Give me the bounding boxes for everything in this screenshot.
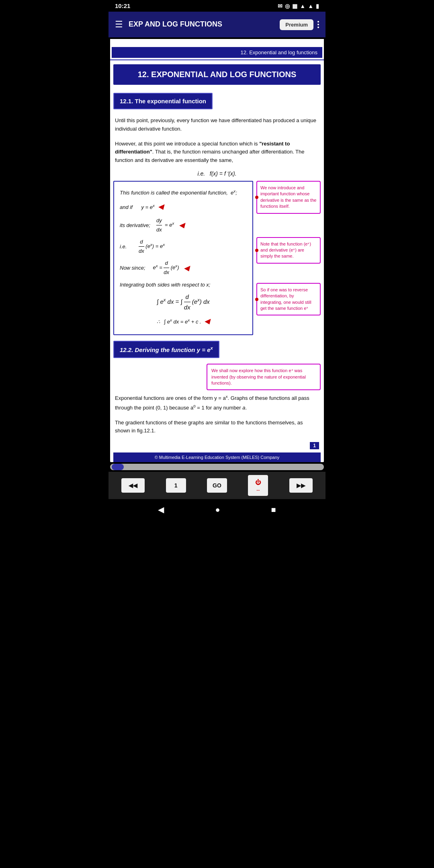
wifi-icon: ▲ — [300, 3, 305, 9]
content-wrapper: This function is called the exponential … — [110, 181, 324, 335]
box-line-6: Integrating both sides with respect to x… — [120, 280, 247, 289]
header-right: Premium — [280, 19, 319, 30]
formula-ief: i.e. f(x) = f ′(x). — [110, 170, 324, 177]
arrow-3: ◀ — [184, 262, 189, 274]
section-12-2-heading: 12.2. Deriving the function y = ex — [113, 341, 219, 358]
d-dx-frac: d dx — [139, 237, 144, 256]
power-dots: ... — [256, 487, 260, 491]
page-number-area: 1 — [110, 440, 324, 451]
app-header: ☰ EXP AND LOG FUNCTIONS Premium — [108, 12, 326, 37]
go-button[interactable]: GO — [207, 478, 227, 493]
box-line-5: Now since; ex = d dx (ex) ◀ — [120, 259, 247, 277]
battery-icon: ▮ — [316, 3, 319, 9]
annotation-dot-3 — [255, 298, 258, 301]
signal-icon: ▲ — [308, 3, 313, 9]
back-button[interactable]: ◀ — [158, 505, 164, 514]
page-input[interactable]: 1 — [166, 478, 186, 493]
body-text-12-2-2: The gradient functions of these graphs a… — [110, 417, 324, 437]
scroll-thumb[interactable] — [112, 464, 124, 470]
page-number: 1 — [310, 442, 319, 449]
d-dx-frac-2: d dx — [164, 259, 169, 277]
arrow-2: ◀ — [179, 219, 184, 231]
section-12-1-heading: 12.1. The exponential function — [113, 93, 213, 109]
annotation-dot-1 — [255, 196, 258, 199]
header-left: ☰ EXP AND LOG FUNCTIONS — [115, 19, 222, 30]
header-title: EXP AND LOG FUNCTIONS — [129, 20, 222, 29]
arrow-1: ◀ — [158, 203, 164, 211]
box-line-8: ∴ ∫ ex dx = ex + c . ◀ — [120, 315, 247, 328]
box-line-3: its derivative; dy dx = ex ◀ — [120, 216, 247, 234]
box-line-4: i.e. d dx (ex) = ex — [120, 237, 247, 256]
more-options-icon[interactable] — [317, 21, 319, 28]
box-line-7: ∫ ex dx = ∫ d dx (ex) dx — [120, 292, 247, 313]
menu-icon[interactable]: ☰ — [115, 19, 123, 30]
premium-button[interactable]: Premium — [280, 19, 313, 30]
box-line-2: and if y = ex ◀ — [120, 201, 247, 213]
body-text-12-2-1: Exponential functions are ones of the fo… — [110, 392, 324, 414]
status-bar: 10:21 ✉ ◎ ▦ ▲ ▲ ▮ — [108, 0, 326, 12]
email-icon: ✉ — [278, 3, 283, 9]
location-icon: ◎ — [285, 3, 290, 9]
breadcrumb: 12. Exponential and log functions — [112, 47, 322, 58]
annotation-4: We shall now explore how this function e… — [207, 364, 321, 390]
body-text-1: Until this point, previously, every func… — [110, 115, 324, 135]
power-button[interactable]: ⏻ ... — [248, 475, 268, 496]
android-nav: ◀ ● ■ — [108, 501, 326, 518]
body-text-2: However, at this point we introduce a sp… — [110, 138, 324, 166]
annotation-3: So if one was to reverse differentiation… — [256, 283, 321, 316]
arrow-4: ◀ — [204, 317, 210, 325]
annotation-2: Note that the function (eˣ) and derivati… — [256, 237, 321, 264]
home-button[interactable]: ● — [215, 505, 220, 514]
content-area: 12. Exponential and log functions 12. EX… — [110, 39, 324, 462]
rewind-button[interactable]: ◀◀ — [121, 478, 145, 493]
annotation-1: We now introduce and important function … — [256, 181, 321, 214]
forward-button[interactable]: ▶▶ — [289, 478, 313, 493]
time-display: 10:21 — [115, 2, 130, 9]
breadcrumb-area: 12. Exponential and log functions — [110, 39, 324, 60]
integral-frac: d dx — [184, 292, 190, 313]
power-icon: ⏻ — [255, 479, 261, 485]
recent-button[interactable]: ■ — [271, 505, 276, 514]
exponential-box: This function is called the exponential … — [113, 181, 253, 335]
scroll-bar[interactable] — [110, 464, 324, 470]
annotation-dot-2 — [255, 249, 258, 252]
box-line-1: This function is called the exponential … — [120, 188, 247, 197]
chapter-title: 12. EXPONENTIAL AND LOG FUNCTIONS — [113, 64, 321, 85]
dy-dx-frac: dy dx — [156, 216, 162, 234]
copyright-bar: © Multimedia E-Learning Education System… — [113, 452, 321, 462]
bottom-nav: ◀◀ 1 GO ⏻ ... ▶▶ — [108, 472, 326, 499]
annotation-column: We now introduce and important function … — [256, 181, 321, 335]
calendar-icon: ▦ — [292, 3, 297, 9]
status-icons: ✉ ◎ ▦ ▲ ▲ ▮ — [278, 3, 319, 9]
